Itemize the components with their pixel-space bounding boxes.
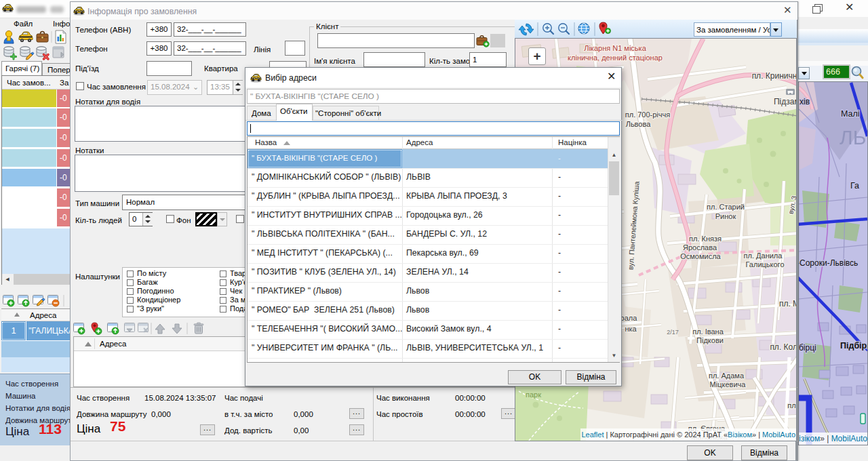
svg-text:пл. 700-річчя: пл. 700-річчя: [625, 111, 671, 119]
svg-text:парк: парк: [526, 390, 541, 399]
svg-text:пл. Данила: пл. Данила: [744, 252, 783, 260]
svg-text:рала: рала: [620, 314, 638, 322]
svg-text:2/17: 2/17: [667, 329, 679, 336]
svg-text:пл. Колі: пл. Колі: [770, 342, 797, 352]
svg-text:Ярослава: Ярослава: [683, 243, 717, 252]
svg-text:Галицького: Галицького: [746, 260, 785, 268]
svg-text:бірці: бірці: [799, 343, 816, 353]
svg-text:Ринок: Ринок: [715, 212, 736, 220]
svg-text:-Сороки-Львівсь: -Сороки-Львівсь: [799, 258, 858, 268]
svg-text:Малі: Малі: [841, 109, 860, 119]
svg-text:ЛЬ: ЛЬ: [840, 126, 866, 148]
svg-text:Міцкевича: Міцкевича: [710, 380, 747, 388]
svg-text:клінична, денний стаціонар: клінична, денний стаціонар: [568, 54, 663, 62]
svg-text:Осмомисла: Осмомисла: [680, 252, 721, 260]
svg-text:Га: Га: [850, 181, 859, 191]
svg-text:Львова: Львова: [626, 120, 652, 128]
svg-text:пл. Криничн: пл. Криничн: [752, 71, 797, 81]
svg-text:Підкови: Підкови: [696, 336, 724, 344]
svg-text:пл. Адама: пл. Адама: [709, 372, 745, 380]
svg-text:Leaflet | Картографічні дані ©: Leaflet | Картографічні дані © 2024 ПрАТ…: [581, 430, 795, 439]
svg-text:пл. Івана: пл. Івана: [692, 327, 724, 336]
svg-text:хів: хів: [800, 97, 810, 106]
svg-text:Лікарня N1 міська: Лікарня N1 міська: [584, 44, 646, 52]
svg-text:пл. Старий: пл. Старий: [707, 203, 745, 211]
svg-text:пл.: пл.: [787, 401, 797, 409]
svg-text:нка: нка: [625, 325, 637, 333]
svg-text:пл. Князя: пл. Князя: [689, 235, 722, 243]
svg-text:пл. М: пл. М: [779, 299, 797, 308]
svg-text:Підзамчів: Підзамчів: [774, 97, 797, 106]
svg-text:Підбірці: Підбірці: [840, 341, 867, 350]
svg-text:ізіком» | MobilAuto: ізіком» | MobilAuto: [799, 434, 867, 443]
